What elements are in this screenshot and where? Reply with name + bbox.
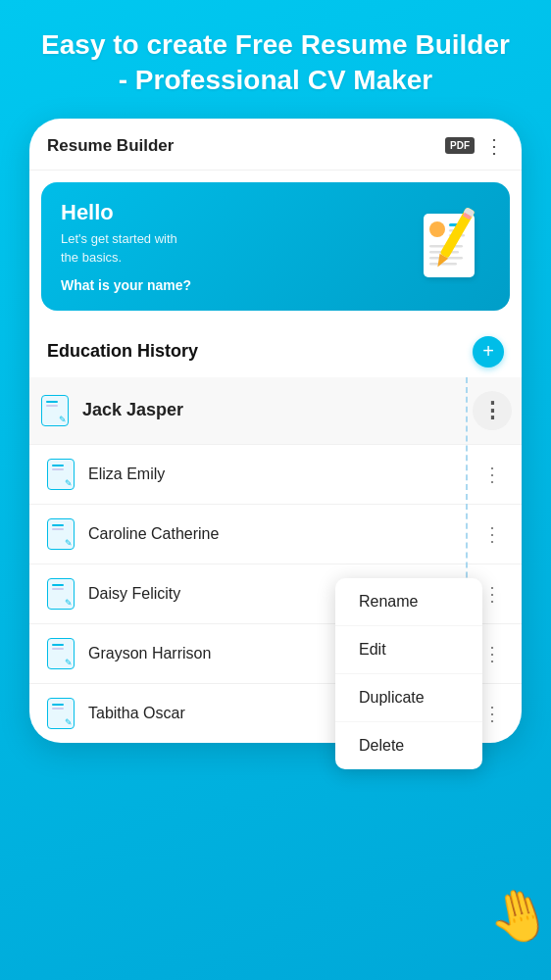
hero-illustration [406, 202, 494, 290]
svg-point-1 [429, 221, 445, 237]
list-item[interactable]: Eliza Emily ⋮ [29, 445, 522, 505]
list-item-name-0: Jack Jasper [82, 400, 473, 420]
resume-mini-icon-3 [47, 578, 75, 610]
list-item[interactable]: Caroline Catherine ⋮ [29, 505, 522, 564]
resume-illustration-svg [406, 202, 494, 290]
resume-mini-icon-5 [47, 698, 75, 729]
section-header: Education History + [29, 322, 522, 377]
app-menu-icon[interactable]: ⋮ [484, 134, 504, 158]
context-menu-delete[interactable]: Delete [335, 722, 482, 769]
hand-cursor-icon: 🤚 [480, 879, 551, 954]
add-button[interactable]: + [473, 336, 504, 368]
list-item-menu-0[interactable]: ⋮ [473, 391, 512, 430]
pdf-icon[interactable]: PDF [445, 137, 475, 154]
svg-rect-8 [429, 263, 457, 266]
context-menu-rename[interactable]: Rename [335, 578, 482, 626]
hero-question: What is your name? [61, 277, 191, 293]
hero-text: Hello Let's get started with the basics.… [61, 200, 191, 293]
resume-mini-icon-0 [41, 395, 69, 426]
section-title: Education History [47, 341, 198, 362]
list-item-menu-2[interactable]: ⋮ [476, 518, 508, 550]
list-item-name-1: Eliza Emily [88, 466, 476, 483]
resume-mini-icon-1 [47, 459, 75, 490]
hero-hello: Hello [61, 200, 191, 225]
hero-banner: Hello Let's get started with the basics.… [41, 182, 510, 311]
hero-subtitle: Let's get started with the basics. [61, 229, 191, 268]
list-item[interactable]: Jack Jasper ⋮ [29, 377, 522, 445]
resume-mini-icon-2 [47, 518, 75, 550]
app-header-icons: PDF ⋮ [445, 134, 504, 158]
list-item-name-2: Caroline Catherine [88, 525, 476, 543]
context-menu-edit[interactable]: Edit [335, 626, 482, 674]
context-menu: Rename Edit Duplicate Delete [335, 578, 482, 769]
app-header: Resume Builder PDF ⋮ [29, 119, 522, 171]
page-header-title: Easy to create Free Resume Builder - Pro… [0, 0, 551, 119]
list-item-menu-1[interactable]: ⋮ [476, 459, 508, 490]
context-menu-duplicate[interactable]: Duplicate [335, 674, 482, 722]
app-title: Resume Builder [47, 136, 174, 156]
resume-mini-icon-4 [47, 638, 75, 669]
